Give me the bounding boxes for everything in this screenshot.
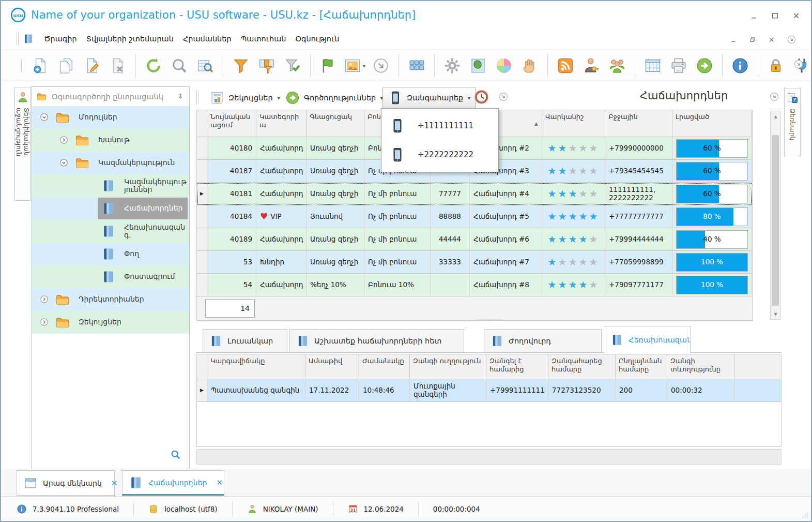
- actionbar-grip[interactable]: [196, 90, 198, 105]
- detail-tab-4[interactable]: Հեռախոսազանգ: [604, 326, 691, 353]
- search-table-button[interactable]: [194, 53, 217, 78]
- expand-toolbar-icon[interactable]: [787, 35, 796, 44]
- column-header[interactable]: Գնացուցակ: [307, 110, 364, 137]
- flag-button[interactable]: [317, 53, 340, 78]
- tree-item[interactable]: Փող: [32, 243, 189, 265]
- settings-button[interactable]: [441, 53, 464, 78]
- star-rating[interactable]: ★★★★★: [547, 166, 599, 177]
- go-next-button[interactable]: [693, 53, 716, 78]
- menu-item-2[interactable]: Տվյալների շտեմարան: [82, 33, 178, 45]
- technical-support-tab[interactable]: Տեխնիկական աջակցություն: [14, 87, 31, 201]
- filter-apply-button[interactable]: [281, 53, 304, 78]
- actions-button[interactable]: Գործողություններ ▾: [280, 87, 388, 109]
- hand-button[interactable]: [518, 53, 541, 78]
- window-tab-2[interactable]: Հաճախորդներ✕: [122, 470, 224, 496]
- toolbar-grip[interactable]: [17, 32, 19, 46]
- expand-node-icon[interactable]: [39, 294, 49, 304]
- mdi-restore-button[interactable]: [748, 36, 756, 43]
- column-header[interactable]: Զանգահարեց համարը: [548, 354, 616, 379]
- lock-button[interactable]: [764, 53, 787, 78]
- map-button[interactable]: [467, 53, 489, 78]
- call-number-item[interactable]: +2222222222: [381, 140, 498, 169]
- menu-item-5[interactable]: Օգնություն: [291, 33, 344, 45]
- menu-item-1[interactable]: Ծրագիր: [39, 33, 82, 45]
- expand-more-icon[interactable]: [498, 92, 509, 102]
- star-rating[interactable]: ★★★★★: [547, 188, 599, 200]
- column-header[interactable]: Նույնականացում: [207, 110, 256, 137]
- table-button[interactable]: [641, 53, 664, 78]
- tree-item[interactable]: Կազմակերպություն: [32, 152, 189, 174]
- column-header[interactable]: Ամսաթիվ: [305, 354, 359, 379]
- column-header[interactable]: Զանգել է համարից: [486, 354, 548, 379]
- pin-icon[interactable]: [176, 93, 185, 101]
- call-row[interactable]: ▶Պատասխանեց զանգին17.11.202210:48:46Մուտ…: [197, 379, 781, 402]
- table-row[interactable]: 40189ՀաճախորդԱռանց զեղչիՈչ մի բոնուա4444…: [197, 228, 752, 251]
- manual-tab[interactable]: ? Ձեռնարկ: [784, 88, 801, 156]
- filter-button[interactable]: [229, 53, 252, 78]
- tree-item[interactable]: Հեռախոսազանգ.: [32, 220, 189, 243]
- refresh-button[interactable]: [142, 53, 165, 78]
- menu-item-4[interactable]: Պատուհան: [236, 33, 291, 45]
- column-header[interactable]: Վարկանիշ: [542, 110, 605, 137]
- table-row[interactable]: 40184♥VIPՅուանովՈչ մի բոնուա88888Հաճախոր…: [197, 205, 752, 228]
- table-row[interactable]: 53ԽնդիրԱռանց զեղչիՈչ մի բոնուա33333Հաճախ…: [197, 251, 752, 274]
- tree-item[interactable]: Զեկույցներ: [32, 311, 189, 334]
- call-button[interactable]: Զանգահարեք ▾: [382, 87, 476, 109]
- news-feed-button[interactable]: [554, 53, 577, 78]
- add-document-button[interactable]: [29, 53, 52, 78]
- expand-panel-icon[interactable]: [769, 92, 779, 102]
- tree-item[interactable]: Կազմակերպություններ: [32, 174, 189, 197]
- colors-button[interactable]: [493, 53, 515, 78]
- clock-icon[interactable]: [473, 89, 489, 105]
- toolbar-grip[interactable]: [21, 59, 22, 72]
- tree-item[interactable]: Խանութ: [32, 129, 189, 152]
- star-rating[interactable]: ★★★★★: [547, 211, 599, 222]
- star-rating[interactable]: ★★★★★: [547, 257, 599, 268]
- info-button[interactable]: [729, 53, 752, 78]
- close-button[interactable]: [792, 11, 801, 20]
- star-rating[interactable]: ★★★★★: [547, 143, 599, 154]
- tree-item[interactable]: Հաճախորդներ: [32, 197, 189, 220]
- detail-tab-1[interactable]: Լուսանկար: [203, 329, 287, 353]
- close-tab-icon[interactable]: ✕: [216, 478, 223, 487]
- tree-item[interactable]: Դիրեկտորիաներ: [32, 288, 189, 311]
- tree-item[interactable]: Փոստագրում: [32, 265, 189, 288]
- scroll-up-button[interactable]: ▲: [771, 112, 780, 121]
- column-header[interactable]: Ընդլայնման համարը: [616, 354, 667, 379]
- user-permissions-button[interactable]: [580, 53, 603, 78]
- tree-item[interactable]: Մոդուլներ: [32, 106, 189, 129]
- expand-node-icon[interactable]: [59, 135, 69, 145]
- call-number-item[interactable]: +1111111111: [381, 111, 498, 140]
- detail-tab-3[interactable]: Ժողովուրդ: [484, 329, 602, 353]
- table-row[interactable]: 54Հաճախորդ%եղչ 10%Բոնուա 10%Հաճախորդ #8★…: [197, 274, 752, 296]
- tiles-button[interactable]: [405, 53, 428, 78]
- column-header[interactable]: Կարգավիճակը: [207, 354, 305, 379]
- users-button[interactable]: [606, 53, 629, 78]
- maximize-button[interactable]: [771, 11, 779, 20]
- close-tab-icon[interactable]: ✕: [111, 479, 118, 488]
- mdi-close-button[interactable]: [768, 36, 775, 43]
- toolbar-overflow-button[interactable]: [793, 59, 804, 69]
- edit-document-button[interactable]: [81, 53, 103, 78]
- collapse-node-icon[interactable]: [39, 112, 49, 122]
- column-header[interactable]: Զանգի ուղղություն: [410, 354, 486, 379]
- search-button[interactable]: [168, 53, 191, 78]
- expand-more-button[interactable]: [370, 53, 392, 78]
- resize-grip[interactable]: [801, 511, 809, 519]
- expand-node-icon[interactable]: [39, 317, 49, 327]
- window-tab-1[interactable]: Արագ մեկնարկ✕: [17, 470, 115, 496]
- collapse-node-icon[interactable]: [59, 158, 69, 168]
- vertical-scrollbar[interactable]: ▲ ▼: [770, 111, 781, 320]
- table-row[interactable]: ▶40181ՀաճախորդԱռանց զեղչիՈչ մի բոնուա777…: [197, 183, 752, 205]
- mdi-minimize-button[interactable]: [729, 36, 737, 43]
- scrollbar-thumb[interactable]: [772, 135, 779, 306]
- filter-columns-button[interactable]: [255, 53, 278, 78]
- detail-tab-2[interactable]: Աշխատեք հաճախորդների հետ: [289, 329, 464, 353]
- copy-document-button[interactable]: [55, 53, 78, 78]
- column-header[interactable]: Զանգի տևողությունը: [667, 354, 734, 379]
- delete-document-button[interactable]: [106, 53, 129, 78]
- minimize-button[interactable]: [749, 11, 758, 20]
- star-rating[interactable]: ★★★★★: [547, 234, 599, 245]
- print-button[interactable]: [667, 53, 690, 78]
- star-rating[interactable]: ★★★★★: [547, 279, 599, 291]
